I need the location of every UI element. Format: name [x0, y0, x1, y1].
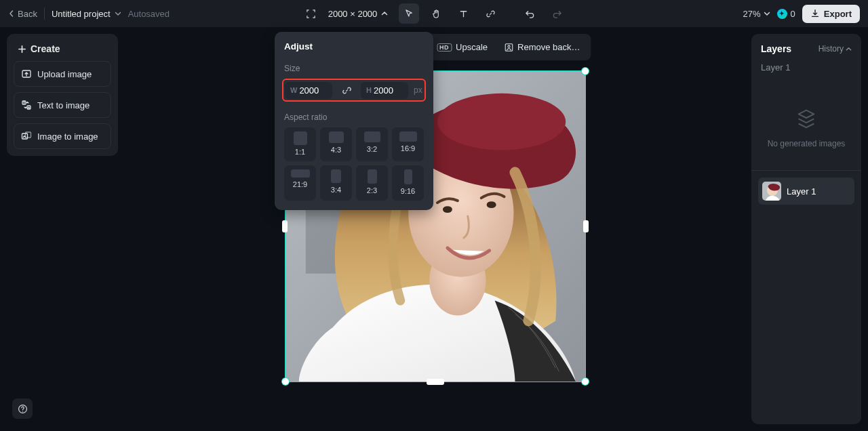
credits-badge[interactable]: ✦ 0	[777, 9, 795, 19]
width-value: 2000	[299, 85, 319, 96]
corners-icon	[306, 9, 316, 19]
canvas-dimensions-button[interactable]: 2000 × 2000	[328, 9, 389, 19]
resize-handle-top-right[interactable]	[582, 68, 589, 75]
resize-handle-bottom-left[interactable]	[282, 378, 289, 385]
project-title-text: Untitled project	[52, 9, 111, 19]
link-icon	[342, 85, 352, 96]
ratio-thumb-icon	[294, 131, 307, 145]
redo-button[interactable]	[547, 3, 567, 24]
top-toolbar: Back Untitled project Autosaved 2000 × 2…	[0, 0, 868, 27]
layers-title: Layers	[761, 43, 791, 54]
aspect-4-3[interactable]: 4:3	[320, 127, 352, 161]
undo-button[interactable]	[519, 3, 540, 24]
image-to-image-icon	[21, 131, 32, 142]
chevron-up-icon	[381, 10, 388, 17]
create-panel: Create Upload image Text to image Image …	[7, 34, 118, 156]
image-to-image-label: Image to image	[37, 131, 98, 142]
help-icon	[18, 404, 28, 414]
upload-image-label: Upload image	[37, 69, 92, 79]
download-icon	[810, 9, 820, 18]
back-button[interactable]: Back	[8, 9, 37, 19]
height-value: 2000	[374, 85, 393, 96]
height-letter: H	[366, 86, 372, 94]
canvas-area[interactable]: Inpaint Adjust Retouch HD Upscale Remove…	[125, 34, 746, 424]
remove-bg-button[interactable]: Remove back…	[497, 38, 587, 56]
chevron-left-icon	[8, 10, 15, 17]
zoom-value: 27%	[743, 9, 761, 19]
text-to-image-option[interactable]: Text to image	[14, 92, 111, 118]
ratio-thumb-icon	[331, 169, 341, 183]
layer-thumbnail	[762, 182, 781, 201]
ratio-thumb-icon	[368, 169, 377, 184]
aspect-9-16[interactable]: 9:16	[392, 165, 424, 201]
image-to-image-option[interactable]: Image to image	[14, 123, 111, 149]
hd-icon: HD	[437, 43, 452, 52]
svg-point-13	[487, 201, 496, 208]
adjust-dropdown-panel: Adjust Size W 2000 H 2000 px Aspect rati…	[275, 32, 433, 210]
ratio-thumb-icon	[329, 131, 344, 143]
left-sidebar: Create Upload image Text to image Image …	[7, 34, 118, 156]
upload-image-icon	[21, 68, 32, 79]
hand-tool-button[interactable]	[426, 3, 446, 24]
ratio-thumb-icon	[291, 169, 310, 178]
svg-point-6	[507, 45, 509, 47]
zoom-dropdown[interactable]: 27%	[743, 9, 770, 19]
select-tool-button[interactable]	[399, 3, 419, 24]
divider	[751, 170, 861, 171]
aspect-2-3[interactable]: 2:3	[356, 165, 388, 201]
aspect-3-4[interactable]: 3:4	[320, 165, 352, 201]
svg-point-11	[437, 94, 566, 150]
ratio-thumb-icon	[399, 131, 417, 142]
height-field[interactable]: H 2000	[361, 82, 408, 99]
chevron-down-icon	[764, 10, 770, 17]
no-generated-placeholder: No generated images	[758, 79, 854, 167]
export-label: Export	[824, 9, 852, 19]
upscale-button[interactable]: HD Upscale	[430, 38, 494, 56]
separator	[44, 7, 45, 20]
upload-image-option[interactable]: Upload image	[14, 61, 111, 87]
size-input-row: W 2000 H 2000 px	[282, 79, 426, 102]
resize-handle-bottom[interactable]	[427, 379, 444, 385]
stack-icon	[795, 106, 818, 129]
layers-panel: Layers History Layer 1 No generated imag…	[751, 34, 861, 424]
history-button[interactable]: History	[818, 44, 852, 54]
export-button[interactable]: Export	[802, 5, 860, 23]
remove-bg-label: Remove back…	[517, 42, 580, 52]
aspect-1-1[interactable]: 1:1	[284, 127, 316, 161]
link-tool-button[interactable]	[480, 3, 500, 24]
plus-icon	[18, 45, 26, 54]
help-button[interactable]	[12, 398, 33, 419]
layer-item[interactable]: Layer 1	[758, 178, 854, 205]
aspect-ratio-grid: 1:1 4:3 3:2 16:9 21:9 3:4 2:3 9:16	[284, 127, 424, 201]
adjust-title: Adjust	[284, 41, 424, 52]
size-section-label: Size	[284, 64, 424, 73]
text-to-image-label: Text to image	[37, 100, 90, 110]
credits-value: 0	[791, 9, 795, 19]
hand-icon	[431, 9, 441, 19]
back-label: Back	[18, 9, 37, 19]
ratio-thumb-icon	[364, 131, 380, 142]
ratio-thumb-icon	[404, 169, 412, 184]
current-layer-label: Layer 1	[758, 60, 854, 79]
text-to-image-icon	[21, 100, 32, 110]
unit-label: px	[414, 85, 422, 95]
resize-handle-right[interactable]	[583, 220, 589, 232]
redo-icon	[552, 9, 562, 19]
fit-frame-button[interactable]	[301, 3, 321, 24]
chevron-up-icon	[846, 46, 852, 52]
text-tool-button[interactable]	[453, 3, 473, 24]
project-title-dropdown[interactable]: Untitled project	[52, 9, 121, 19]
resize-handle-left[interactable]	[282, 220, 288, 232]
canvas-dimensions-text: 2000 × 2000	[328, 9, 378, 19]
coin-icon: ✦	[777, 9, 787, 19]
width-letter: W	[290, 86, 297, 94]
resize-handle-bottom-right[interactable]	[582, 378, 589, 385]
aspect-16-9[interactable]: 16:9	[392, 127, 424, 161]
aspect-section-label: Aspect ratio	[284, 112, 424, 122]
aspect-21-9[interactable]: 21:9	[284, 165, 316, 201]
upscale-label: Upscale	[456, 42, 488, 52]
lock-aspect-button[interactable]	[338, 81, 355, 99]
chevron-down-icon	[115, 10, 121, 17]
aspect-3-2[interactable]: 3:2	[356, 127, 388, 161]
width-field[interactable]: W 2000	[285, 82, 332, 99]
